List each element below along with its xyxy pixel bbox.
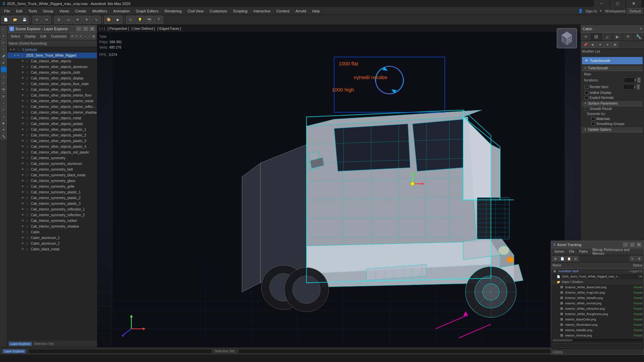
smoothing-groups-checkbox[interactable] [591, 122, 595, 126]
box-cab-sym-plastic-2[interactable]: □ [26, 196, 30, 200]
eye-cab-aluminum[interactable]: 👁 [21, 65, 25, 68]
eye-cab-floor-mats[interactable]: 👁 [21, 82, 25, 85]
se-filter-icon[interactable]: ▽ [74, 34, 78, 40]
at-item-exterior-white-normal-png[interactable]: 🖼exterior_White_normal.pngFound [551, 301, 644, 306]
box-cab-interior-metal[interactable]: □ [26, 100, 30, 103]
scene-item-cab-glass[interactable]: 👁□Cab_interior_other_objects_glass [7, 87, 97, 93]
eye-cab-plastic-2[interactable]: 👁 [21, 134, 25, 137]
box-cab-sym-aluminum[interactable]: □ [26, 162, 30, 166]
update-options-section[interactable]: ▼ Update Options [582, 127, 643, 132]
rpt-remove-mod[interactable]: ✕ [604, 42, 611, 48]
shape-tool[interactable]: △ [1, 73, 7, 79]
cube-face[interactable]: T R F [557, 28, 577, 48]
eye-cab-sym-rubber[interactable]: 👁 [21, 219, 25, 222]
eye-cab-display[interactable]: 👁 [21, 77, 25, 80]
workspace-value[interactable]: Default [628, 8, 643, 14]
eye-cab-plastic-3[interactable]: 👁 [21, 139, 25, 142]
eye-cab-sym-plastic-3[interactable]: 👁 [21, 202, 25, 205]
at-path-input[interactable] [552, 343, 642, 348]
viewport-perspective[interactable]: [ Perspective ] [108, 27, 129, 31]
scene-item-cab-sym-belt[interactable]: 👁□Cab_interior_symmetry_belt [7, 167, 97, 172]
scene-item-cabin-black-metal[interactable]: 👁□Cabin_black_metal [7, 246, 97, 252]
turbosmooth-section[interactable]: ▼ TurboSmooth [582, 66, 643, 71]
link-tool[interactable]: 🔗 [1, 53, 7, 59]
spacewarp-tool[interactable]: ≈ [1, 100, 7, 106]
scale-tool[interactable]: ⤡ [1, 46, 7, 52]
viewport-plus[interactable]: [ + ] [99, 27, 105, 31]
render-iters-up[interactable]: ▲ [637, 84, 640, 87]
motion-tool[interactable]: ▶ [1, 120, 7, 126]
at-menu-bitmap-perf[interactable]: Bitmap Performance and Memory [590, 248, 642, 256]
eye-cabin-black-metal[interactable]: 👁 [21, 248, 25, 251]
camera-tool[interactable]: 📷 [1, 86, 7, 93]
scene-item-cabin-aluminum-2[interactable]: 👁□Cabin_aluminum_2 [7, 241, 97, 246]
at-menu-paths[interactable]: Paths [577, 249, 590, 254]
scene-item-cab-sym-plastic-1[interactable]: 👁□Cab_interior_symmetry_plastic_1 [7, 189, 97, 195]
eye-cab-plastic-1[interactable]: 👁 [21, 128, 25, 131]
at-item-interior-metallic-png[interactable]: 🖼Interior_Metallic.pngFound [551, 327, 644, 333]
move-tool[interactable]: ✛ [1, 33, 7, 39]
menu-civil-view[interactable]: Civil View [185, 8, 206, 14]
box-cab-symmetry[interactable]: □ [26, 157, 30, 160]
at-refresh[interactable]: ↻ [630, 256, 636, 261]
select-obj-button[interactable]: ⊡ [54, 16, 63, 24]
box-cab-plastic-4[interactable]: □ [26, 145, 30, 148]
viewport-user-defined[interactable]: [ User Defined ] [131, 27, 155, 31]
viewport[interactable]: 1000 flat 1000 high edicion libertyv [ +… [97, 25, 580, 347]
tab-hierarchy[interactable]: ⊿ [602, 33, 612, 41]
eye-cab-sym-aluminum[interactable]: 👁 [21, 162, 25, 165]
minimize-button[interactable]: − [594, 0, 609, 7]
se-remove-icon[interactable]: − [83, 34, 87, 40]
menu-customize[interactable]: Customize [207, 8, 230, 14]
scene-item-cab-metal[interactable]: 👁□Cab_interior_other_objects_metal [7, 115, 97, 121]
at-hscroll[interactable] [551, 338, 644, 342]
box-cab-sym-glass[interactable]: □ [26, 179, 30, 183]
at-item-exterior-white-roughness-png[interactable]: 🖼Exterior_White_Roughness.pngFound [551, 311, 644, 317]
box-cab-red-plastic[interactable]: □ [26, 151, 30, 154]
eye-cabin[interactable]: 👁 [21, 231, 25, 234]
menu-graph-editors[interactable]: Graph Editors [133, 8, 161, 14]
at-item-interior-normal-png[interactable]: 🖼Interior_Normal.pngFound [551, 333, 644, 338]
scene-item-semi-truck[interactable]: ▼👁□2025_Semi_Truck_White_Rigged [7, 53, 97, 58]
at-tb-3[interactable]: 📋 [566, 256, 572, 261]
at-options-label[interactable]: Options [552, 350, 563, 353]
eye-cab-pedals[interactable]: 👁 [21, 122, 25, 125]
render-button[interactable]: 🎨 [104, 16, 113, 24]
render-iters-value[interactable]: 2 [623, 84, 637, 89]
eye-cab-interior-shadow[interactable]: 👁 [21, 111, 25, 114]
at-close[interactable]: ✕ [636, 242, 642, 247]
scene-explorer-close[interactable]: ✕ [90, 26, 95, 31]
box-cab-display[interactable]: □ [26, 77, 30, 80]
menu-tools[interactable]: Tools [26, 8, 40, 14]
scene-item-cab-sym-aluminum[interactable]: 👁□Cab_interior_symmetry_aluminum [7, 161, 97, 167]
menu-animation[interactable]: Animation [111, 8, 132, 14]
at-menu-file[interactable]: File [567, 249, 576, 254]
se-edit[interactable]: Edit [39, 34, 48, 39]
at-tb-1[interactable]: ⊞ [552, 256, 558, 261]
se-options-icon[interactable]: ⚙ [92, 34, 96, 40]
help-button[interactable]: ? [154, 16, 163, 24]
eye-cab-cloth[interactable]: 👁 [21, 71, 25, 74]
menu-file[interactable]: File [1, 8, 13, 14]
status-layer-explorer[interactable]: Layer Explorer [3, 349, 26, 353]
select-tool[interactable]: ↖ [1, 26, 7, 32]
scale-button[interactable]: ⤡ [92, 16, 101, 24]
se-close-icon[interactable]: ✕ [70, 34, 74, 40]
box-cab-interior[interactable]: □ [26, 60, 30, 63]
tab-modify[interactable]: ⊟ [591, 33, 602, 41]
right-panel-dropdown[interactable]: ▾ [640, 26, 642, 31]
eye-cab-interior[interactable]: 👁 [21, 60, 25, 63]
scene-item-cab-sym-reflection-1[interactable]: 👁□Cab_interior_symmetry_reflection_1 [7, 206, 97, 212]
tab-utilities[interactable]: 🔧 [634, 33, 644, 41]
materials-checkbox[interactable] [591, 117, 595, 121]
se-sort-icon[interactable]: ↕ [88, 34, 91, 40]
se-add-icon[interactable]: + [79, 34, 83, 40]
render-iters-down[interactable]: ▼ [637, 87, 640, 89]
scene-item-cab-display[interactable]: 👁□Cab_interior_other_objects_display [7, 75, 97, 81]
box-cab-plastic-2[interactable]: □ [26, 134, 30, 137]
menu-group[interactable]: Group [40, 8, 56, 14]
box-semi-truck[interactable]: □ [21, 54, 25, 57]
rotate-tool[interactable]: ↻ [1, 40, 7, 46]
surface-params-section[interactable]: ▼ Surface Parameters [582, 101, 643, 106]
open-file-button[interactable]: 📂 [11, 16, 19, 24]
